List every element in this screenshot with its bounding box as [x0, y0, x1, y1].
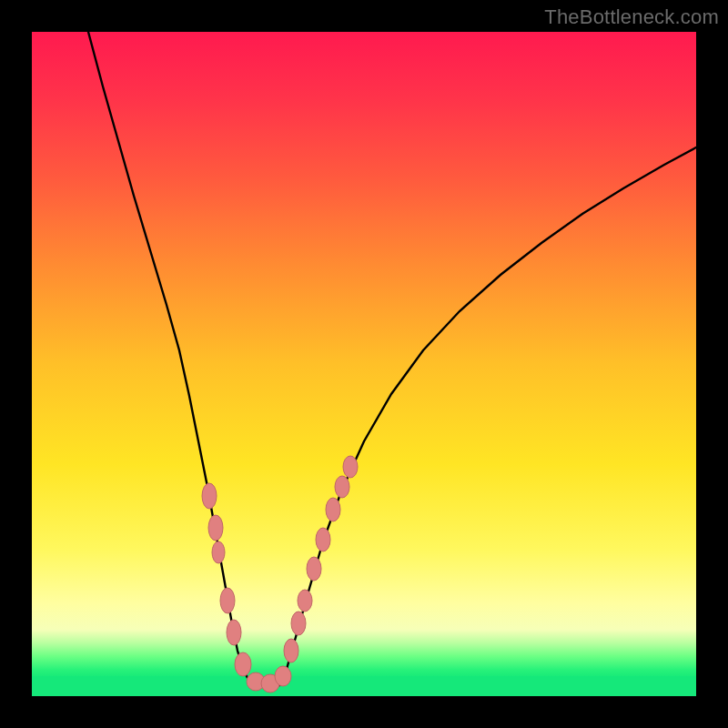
data-marker	[335, 476, 349, 498]
data-marker	[298, 590, 312, 612]
data-marker	[291, 612, 306, 635]
data-marker	[235, 652, 251, 676]
data-marker	[284, 639, 298, 662]
chart-frame: TheBottleneck.com	[0, 0, 728, 728]
data-marker	[208, 515, 223, 541]
plot-area	[32, 32, 696, 696]
curve-right-branch	[279, 147, 696, 685]
data-marker	[212, 541, 225, 563]
data-marker	[326, 498, 340, 521]
curve-left-branch	[88, 32, 257, 683]
data-marker	[275, 666, 291, 686]
data-marker	[343, 456, 358, 478]
data-marker	[227, 620, 241, 645]
curve-svg	[32, 32, 696, 696]
data-marker	[316, 528, 330, 551]
data-marker	[220, 588, 235, 613]
watermark-text: TheBottleneck.com	[544, 5, 719, 29]
data-marker	[202, 483, 217, 509]
marker-group	[202, 456, 358, 693]
data-marker	[307, 557, 321, 581]
